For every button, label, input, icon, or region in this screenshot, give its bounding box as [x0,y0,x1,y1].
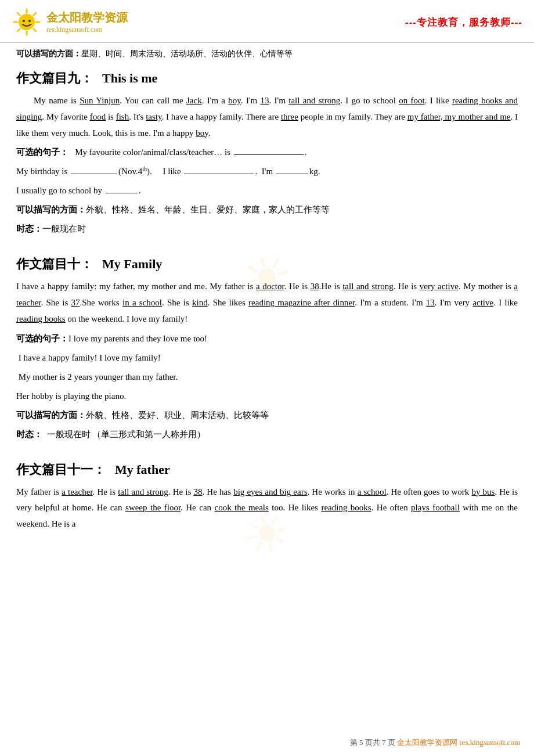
section9-optional1: My favourite color/animal/class/teacher…… [75,147,306,157]
section9-optional-label: 可选的句子： My favourite color/animal/class/t… [16,145,518,160]
section10-opt4: Her hobby is playing the piano. [16,388,518,404]
section10-tense: 时态： 一般现在时 （单三形式和第一人称并用） [16,427,518,442]
logo-sun-icon [12,7,42,37]
page-footer: 第 5 页共 7 页 金太阳教学资源网 res.kingsunsoft.com [350,737,520,748]
intro-content: 星期、时间、周末活动、活动场所、活动的伙伴、心情等等 [81,49,293,58]
page-header: 金太阳教学资源 res.kingsunsoft.com ---专注教育，服务教师… [0,0,534,43]
section10-opt2: I have a happy family! I love my family! [16,350,518,366]
section-10: 作文篇目十： My Family I have a happy family: … [16,255,518,442]
section11-para1: My father is a teacher. He is tall and s… [16,484,518,532]
header-slogan: ---专注教育，服务教师--- [405,16,522,29]
main-content: 可以描写的方面：星期、时间、周末活动、活动场所、活动的伙伴、心情等等 作文篇目九… [0,43,534,541]
section9-title-cn: 作文篇目九： [16,70,93,87]
intro-line: 可以描写的方面：星期、时间、周末活动、活动场所、活动的伙伴、心情等等 [16,49,518,59]
section9-title-en: This is me [102,71,157,86]
section11-title-en: My father [115,462,170,477]
logo-area: 金太阳教学资源 res.kingsunsoft.com [12,7,128,37]
svg-point-10 [28,20,31,22]
section9-para1: My name is Sun Yinjun. You can call me J… [16,93,518,141]
section11-title-cn: 作文篇目十一： [16,461,106,478]
logo-url: res.kingsunsoft.com [46,26,128,34]
section11-title: 作文篇目十一： My father [16,461,518,478]
section9-line2: My birthday is (Nov.4th). I like . I'm k… [16,164,518,179]
section10-title-cn: 作文篇目十： [16,255,93,273]
section10-title-en: My Family [102,257,162,272]
svg-line-8 [17,29,20,32]
section10-opt3: My mother is 2 years younger than my fat… [16,369,518,385]
svg-point-0 [19,14,35,30]
section9-tense: 时态：一般现在时 [16,221,518,237]
section-11: 作文篇目十一： My father My father is a teacher… [16,461,518,532]
logo-text: 金太阳教学资源 res.kingsunsoft.com [46,10,128,34]
section9-aspect: 可以描写的方面：外貌、性格、姓名、年龄、生日、爱好、家庭，家人的工作等等 [16,202,518,218]
intro-label: 可以描写的方面： [16,49,81,58]
section10-optional-label: 可选的句子：I love my parents and they love me… [16,331,518,347]
footer-brand: 金太阳教学资源网 res.kingsunsoft.com [397,738,520,747]
section10-title: 作文篇目十： My Family [16,255,518,273]
footer-page-text: 第 5 页共 7 页 [350,738,395,747]
section-9: 作文篇目九： This is me My name is Sun Yinjun.… [16,70,518,237]
svg-line-7 [34,13,37,16]
section10-aspect: 可以描写的方面：外貌、性格、爱好、职业、周末活动、比较等等 [16,408,518,423]
section9-line3: I usually go to school by . [16,183,518,199]
section9-title: 作文篇目九： This is me [16,70,518,87]
svg-line-6 [34,29,37,32]
logo-title: 金太阳教学资源 [46,10,128,26]
section10-para1: I have a happy family: my father, my mot… [16,279,518,327]
svg-line-5 [17,13,20,16]
svg-point-9 [23,20,25,22]
